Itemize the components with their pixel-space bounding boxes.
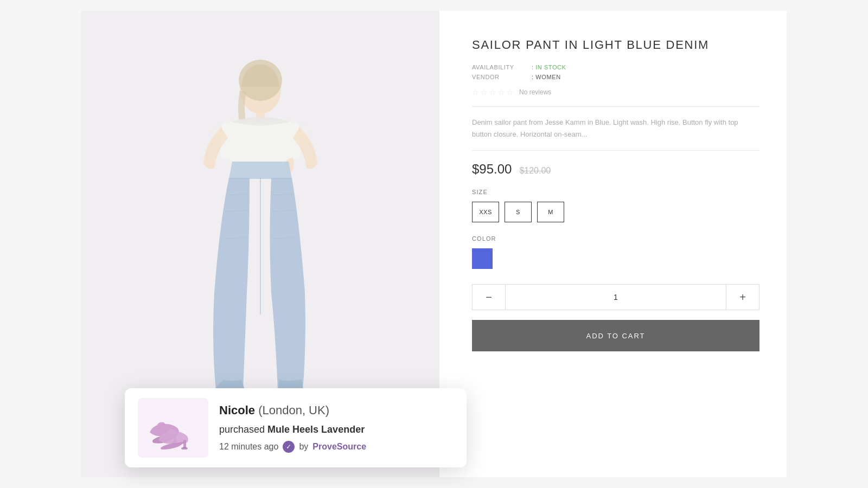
provesource-brand: ProveSource <box>312 442 366 452</box>
reviews-row: ☆ ☆ ☆ ☆ ☆ No reviews <box>472 88 760 97</box>
star-1: ☆ <box>472 88 479 97</box>
shoe-illustration <box>143 406 203 450</box>
vendor-row: VENDOR : WOMEN <box>472 74 760 80</box>
star-4: ☆ <box>498 88 505 97</box>
svg-point-19 <box>181 447 188 450</box>
color-options <box>472 248 760 269</box>
customer-location: (London, UK) <box>258 403 329 417</box>
divider-2 <box>472 150 760 151</box>
price-current: $95.00 <box>472 162 512 177</box>
size-s[interactable]: S <box>505 202 532 222</box>
size-m[interactable]: M <box>537 202 564 222</box>
color-swatch-blue[interactable] <box>472 248 493 269</box>
verified-badge: ✓ <box>283 441 295 453</box>
price-row: $95.00 $120.00 <box>472 162 760 177</box>
vendor-label: VENDOR <box>472 74 532 80</box>
notification-product: Mule Heels Lavender <box>267 424 365 435</box>
notification-text: Nicole (London, UK) purchased Mule Heels… <box>219 403 454 453</box>
product-title: SAILOR PANT IN LIGHT BLUE DENIM <box>472 38 760 52</box>
by-text: by <box>299 442 308 452</box>
no-reviews-text: No reviews <box>519 88 551 96</box>
quantity-value: 1 <box>505 285 726 310</box>
product-details: SAILOR PANT IN LIGHT BLUE DENIM AVAILABI… <box>439 11 787 477</box>
product-description: Denim sailor pant from Jesse Kamm in Blu… <box>472 117 760 140</box>
price-original: $120.00 <box>519 166 551 176</box>
star-rating: ☆ ☆ ☆ ☆ ☆ <box>472 88 514 97</box>
notification-product-image <box>138 398 208 458</box>
star-3: ☆ <box>489 88 496 97</box>
size-xxs[interactable]: XXS <box>472 202 499 222</box>
quantity-increase-button[interactable]: + <box>726 285 759 310</box>
availability-value: : IN STOCK <box>532 64 566 70</box>
notification-action: purchased Mule Heels Lavender <box>219 424 454 435</box>
availability-label: AVAILABILITY <box>472 64 532 70</box>
vendor-value: : WOMEN <box>532 74 561 80</box>
notification-footer: 12 minutes ago ✓ by ProveSource <box>219 441 454 453</box>
provesource-notification[interactable]: Nicole (London, UK) purchased Mule Heels… <box>125 388 467 467</box>
star-5: ☆ <box>507 88 514 97</box>
quantity-row: − 1 + <box>472 284 760 310</box>
add-to-cart-button[interactable]: ADD TO CART <box>472 320 760 351</box>
customer-name: Nicole <box>219 403 255 417</box>
divider-1 <box>472 106 760 107</box>
star-2: ☆ <box>481 88 488 97</box>
color-label: COLOR <box>472 235 760 242</box>
quantity-decrease-button[interactable]: − <box>473 285 505 310</box>
size-options: XXS S M <box>472 202 760 222</box>
size-label: SIZE <box>472 189 760 195</box>
page-container: SAILOR PANT IN LIGHT BLUE DENIM AVAILABI… <box>81 11 787 477</box>
notification-name: Nicole (London, UK) <box>219 403 454 419</box>
time-ago: 12 minutes ago <box>219 442 278 452</box>
availability-row: AVAILABILITY : IN STOCK <box>472 64 760 70</box>
